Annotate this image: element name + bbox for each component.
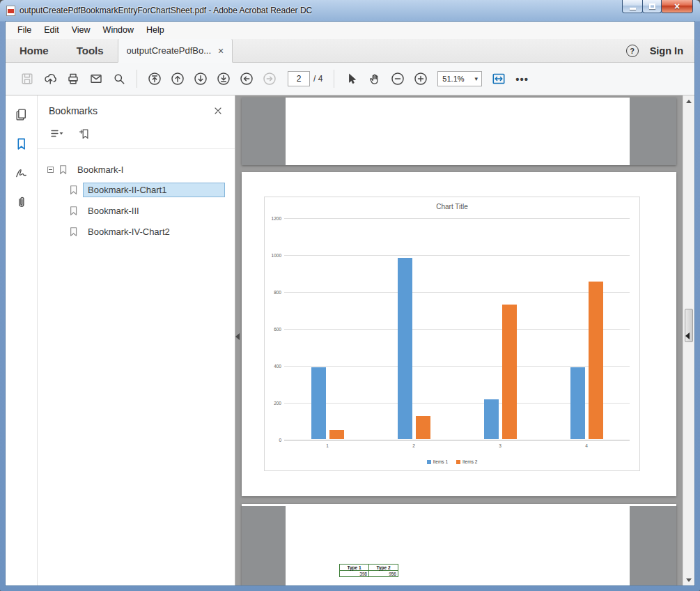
scroll-down-button[interactable] [683,574,694,585]
page-up-icon [170,71,185,86]
legend-swatch [456,460,460,464]
share-button[interactable] [40,68,61,89]
bookmark-item-iii[interactable]: Bookmark-III [47,200,235,221]
new-bookmark-button[interactable] [75,125,93,142]
close-button[interactable]: × [661,0,693,13]
maximize-button[interactable] [642,0,662,13]
bookmark-flag-icon [68,185,79,195]
print-button[interactable] [63,68,84,89]
bookmarks-panel-button[interactable] [13,135,31,153]
bookmark-item-root[interactable]: Bookmark-I [47,160,235,179]
search-icon [112,72,126,86]
page-3-partial: Type 1 Type 2 398 956 [242,504,676,585]
tab-close-icon[interactable]: × [218,46,224,56]
vertical-scrollbar[interactable] [683,95,694,585]
bookmark-options-button[interactable] [46,125,67,142]
x-axis-tick-label: 3 [499,443,501,448]
window-title: outputCreatePdfBookmarkEntryForChartShee… [20,6,312,15]
next-view-button[interactable] [259,68,280,89]
table-cell: 398 [340,571,369,577]
bookmark-icon [14,137,29,151]
bookmark-label[interactable]: Bookmark-II-Chart1 [83,183,225,197]
scroll-up-button[interactable] [683,95,694,107]
tab-home[interactable]: Home [6,39,63,62]
select-tool-button[interactable] [341,68,362,89]
first-page-button[interactable] [144,68,165,89]
legend-label: Items 2 [462,459,477,464]
chart-category-group [371,218,457,439]
hand-tool-button[interactable] [364,68,385,89]
chart-bar [570,367,585,439]
email-button[interactable] [86,68,107,89]
chart-category-group [457,218,543,439]
more-tools-button[interactable]: ••• [511,73,533,85]
chart-legend: Items 1Items 2 [265,459,639,464]
previous-page-button[interactable] [167,68,188,89]
chart-bar [416,416,430,439]
bookmark-flag-icon [68,206,79,216]
fit-width-icon [491,71,506,86]
forward-arrow-icon [262,71,277,86]
help-icon[interactable]: ? [626,45,639,57]
collapse-expander-icon[interactable] [47,167,54,173]
search-button[interactable] [109,68,130,89]
legend-item: Items 1 [427,459,448,464]
document-view[interactable]: Chart Title 0200400600800100012001234 It… [235,95,683,585]
y-axis-tick-label: 600 [274,327,281,332]
zoom-level-dropdown[interactable]: 51.1% ▾ [437,71,482,86]
minus-circle-icon [390,71,405,86]
chart-bar [329,430,344,439]
page-gray-band [630,506,676,585]
bookmark-item-chart1[interactable]: Bookmark-II-Chart1 [47,179,235,200]
attachments-panel-button[interactable] [13,193,31,211]
title-bar[interactable]: outputCreatePdfBookmarkEntryForChartShee… [5,0,695,21]
pages-icon [14,107,29,122]
zoom-in-button[interactable] [410,68,431,89]
zoom-out-button[interactable] [387,68,408,89]
bookmarks-panel-toolbar [38,122,235,149]
bookmarks-tree: Bookmark-I Bookmark-II-Chart1 Bookmark-I… [38,149,235,242]
cloud-upload-icon [43,72,57,86]
options-list-icon [49,128,64,140]
bookmark-label[interactable]: Bookmark-IV-Chart2 [83,224,225,239]
pane-splitter-arrow-icon[interactable] [685,332,690,339]
panel-close-icon[interactable] [212,105,224,116]
next-page-button[interactable] [190,68,211,89]
chart-bar [311,367,326,439]
bookmark-label[interactable]: Bookmark-III [83,204,225,218]
signatures-panel-button[interactable] [13,164,31,182]
menu-help[interactable]: Help [140,22,171,39]
chart-category-group [543,218,630,439]
y-axis-tick-label: 400 [274,364,281,369]
menu-view[interactable]: View [65,22,97,39]
page-down-icon [193,71,208,86]
page-number-input[interactable] [288,71,310,86]
print-icon [66,72,80,86]
close-icon: × [674,1,680,11]
new-bookmark-icon [78,128,91,141]
previous-view-button[interactable] [236,68,257,89]
chart-bar [398,258,412,439]
window-content: File Edit View Window Help Home Tools ou… [5,21,695,586]
minimize-button[interactable] [622,0,643,13]
save-button[interactable] [17,68,38,89]
sign-in-button[interactable]: Sign In [650,45,683,56]
menu-window[interactable]: Window [97,22,140,39]
page-1-partial [242,98,676,165]
bookmark-label[interactable]: Bookmark-I [72,162,128,177]
fit-width-button[interactable] [488,68,509,89]
menu-file[interactable]: File [11,22,38,39]
chart-title: Chart Title [265,203,639,210]
menu-edit[interactable]: Edit [38,22,65,39]
chart-bar [502,305,517,439]
page-thumbnails-button[interactable] [13,105,31,123]
panel-collapse-arrow-icon[interactable] [235,333,240,340]
tab-tools[interactable]: Tools [63,39,118,62]
chart-bar [484,399,499,439]
last-page-button[interactable] [213,68,234,89]
tab-document[interactable]: outputCreatePdfBo... × [118,39,233,63]
y-axis-tick-label: 200 [274,401,281,406]
bookmark-item-chart2[interactable]: Bookmark-IV-Chart2 [47,221,235,242]
page-total-label: / 4 [313,74,322,84]
envelope-icon [89,72,103,86]
